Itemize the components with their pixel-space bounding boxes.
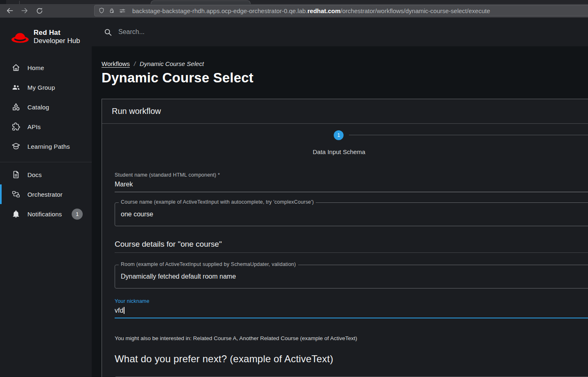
sidebar-divider <box>0 162 92 162</box>
run-workflow-card: Run workflow 1 Data Input Schema Student… <box>102 99 588 377</box>
sidebar-item-my-group[interactable]: My Group <box>0 77 92 97</box>
sidebar-item-apis[interactable]: APIs <box>0 117 92 136</box>
breadcrumb-current: Dynamic Course Select <box>140 60 204 67</box>
sidebar-item-label: Orchestrator <box>27 191 63 198</box>
catalog-icon <box>11 102 20 111</box>
url-text[interactable]: backstage-backstage-rhdh.apps.ocp-edge-o… <box>132 7 490 14</box>
sidebar-nav-secondary: Docs Orchestrator Notifications 1 <box>0 165 92 224</box>
text-cursor <box>124 307 124 314</box>
search-input[interactable]: Search... <box>118 28 145 36</box>
step-label: Data Input Schema <box>298 148 380 155</box>
step-indicator: 1 <box>334 130 344 140</box>
search-header: Search... <box>92 18 588 46</box>
sidebar-item-label: Catalog <box>27 104 49 111</box>
student-name-value[interactable]: Marek <box>115 181 588 188</box>
logo-line1: Red Hat <box>34 29 80 37</box>
reload-button[interactable] <box>34 5 45 16</box>
room-label: Room (example of ActiveTextInput supplie… <box>119 261 298 267</box>
course-details-heading: Course details for "one course" <box>115 240 588 249</box>
redhat-fedora-icon <box>11 30 29 44</box>
sidebar-item-notifications[interactable]: Notifications 1 <box>0 204 92 224</box>
student-name-field[interactable]: Student name (standard HTML component) *… <box>115 172 588 192</box>
main-area: Search... Workflows / Dynamic Course Sel… <box>92 18 588 377</box>
search-icon[interactable] <box>104 28 112 36</box>
course-name-field[interactable]: Course name (example of ActiveTextInput … <box>115 202 588 226</box>
workflow-form: Student name (standard HTML component) *… <box>102 172 588 377</box>
sidebar-nav-primary: Home My Group Catalog APIs <box>0 58 92 156</box>
section-divider <box>115 252 588 253</box>
sidebar-item-label: Learning Paths <box>27 143 70 150</box>
sidebar-item-label: Notifications <box>27 211 62 218</box>
nickname-value[interactable]: vfd <box>115 307 588 314</box>
student-name-label: Student name (standard HTML component) * <box>115 172 588 178</box>
redhat-developer-hub-logo[interactable]: Red Hat Developer Hub <box>0 18 92 45</box>
sidebar-item-label: Docs <box>27 171 42 178</box>
permissions-icon[interactable] <box>119 7 126 14</box>
stepper: 1 Data Input Schema <box>102 124 588 161</box>
card-title: Run workflow <box>102 99 588 124</box>
forward-button[interactable] <box>19 5 30 16</box>
sidebar-item-learning-paths[interactable]: Learning Paths <box>0 136 92 156</box>
sidebar-item-label: My Group <box>27 84 55 91</box>
group-icon <box>11 83 20 92</box>
sidebar-item-home[interactable]: Home <box>0 58 92 77</box>
nickname-label: Your nickname <box>115 298 588 304</box>
breadcrumb-workflows-link[interactable]: Workflows <box>102 60 130 67</box>
home-icon <box>11 63 20 72</box>
page-title: Dynamic Course Select <box>102 70 588 86</box>
breadcrumb: Workflows / Dynamic Course Select <box>102 60 588 67</box>
lock-icon[interactable] <box>109 7 115 14</box>
room-field[interactable]: Room (example of ActiveTextInput supplie… <box>115 265 588 288</box>
nickname-field[interactable]: Your nickname vfd <box>115 298 588 318</box>
sidebar-item-catalog[interactable]: Catalog <box>0 97 92 117</box>
sidebar-item-docs[interactable]: Docs <box>0 165 92 184</box>
shield-icon[interactable] <box>98 7 105 14</box>
logo-text: Red Hat Developer Hub <box>34 29 80 45</box>
room-value[interactable]: Dynamically fetched default room name <box>115 265 588 280</box>
url-bar[interactable]: backstage-backstage-rhdh.apps.ocp-edge-o… <box>94 5 588 16</box>
logo-line2: Developer Hub <box>34 37 80 45</box>
sidebar: Red Hat Developer Hub Home My Group <box>0 18 92 377</box>
sidebar-item-label: APIs <box>27 123 41 130</box>
bell-icon <box>11 209 20 218</box>
school-icon <box>11 142 20 151</box>
step-connector <box>349 135 588 135</box>
course-name-label: Course name (example of ActiveTextInput … <box>119 199 316 205</box>
url-domain: redhat.com <box>308 7 341 14</box>
extension-icon <box>11 122 20 131</box>
url-path: /orchestrator/workflows/dynamic-course-s… <box>341 7 490 14</box>
sidebar-item-orchestrator[interactable]: Orchestrator <box>0 184 92 204</box>
browser-chrome: backstage-backstage-rhdh.apps.ocp-edge-o… <box>0 0 588 18</box>
docs-icon <box>11 170 20 179</box>
notifications-badge: 1 <box>72 209 83 220</box>
sidebar-item-label: Home <box>27 64 44 71</box>
tabstrip-corner <box>0 0 6 4</box>
orchestrator-icon <box>11 190 20 199</box>
url-prefix: backstage-backstage-rhdh.apps.ocp-edge-o… <box>132 7 308 14</box>
course-name-value[interactable]: one course <box>115 203 588 218</box>
breadcrumb-separator: / <box>134 60 136 67</box>
back-button[interactable] <box>5 5 15 16</box>
prefer-next-heading: What do you prefer next? (example of Act… <box>115 353 588 365</box>
browser-tabstrip <box>0 0 588 4</box>
interest-note: You might also be interested in: Related… <box>115 335 588 341</box>
active-tab[interactable] <box>151 0 251 4</box>
tab-divider <box>19 1 20 4</box>
